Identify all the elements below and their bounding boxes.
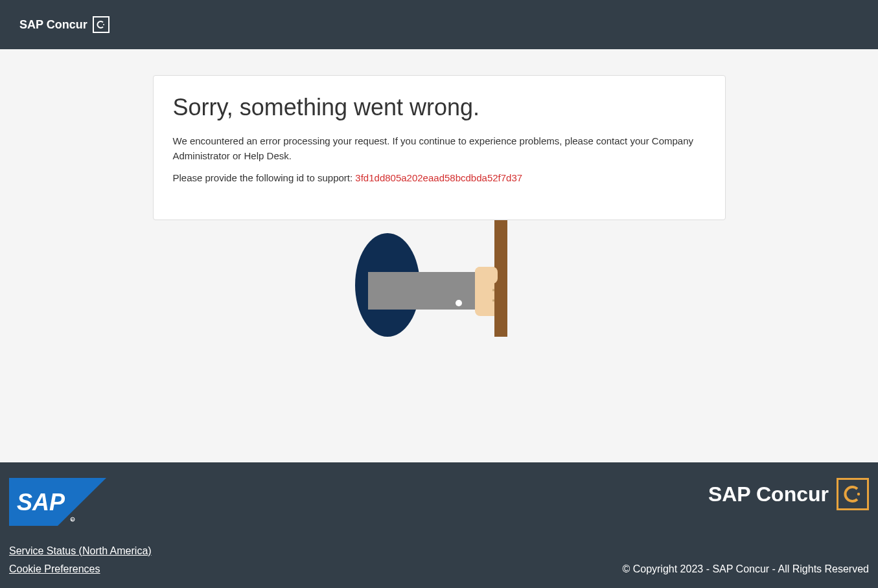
error-id-line: Please provide the following id to suppo… [173,172,706,183]
error-card: Sorry, something went wrong. We encounte… [153,75,726,220]
footer-brand-logo: SAP Concur [708,478,869,510]
footer-bottom: Service Status (North America) Cookie Pr… [9,545,869,575]
sap-logo: SAP R [9,478,106,526]
header-logo[interactable]: SAP Concur [19,16,110,33]
service-status-link[interactable]: Service Status (North America) [9,545,152,557]
concur-c-icon [837,478,869,510]
hand-holding-sign-illustration [349,220,530,350]
svg-point-14 [857,493,860,495]
error-id: 3fd1dd805a202eaad58bcdbda52f7d37 [355,172,522,183]
error-id-prompt: Please provide the following id to suppo… [173,172,356,183]
error-title: Sorry, something went wrong. [173,94,706,121]
svg-text:SAP: SAP [17,489,65,515]
copyright-text: © Copyright 2023 - SAP Concur - All Righ… [622,563,869,575]
error-message: We encountered an error processing your … [173,134,706,163]
svg-text:R: R [71,518,75,522]
main-content: Sorry, something went wrong. We encounte… [0,49,878,462]
svg-point-0 [103,24,104,25]
svg-rect-9 [475,267,498,284]
header-brand-text: SAP Concur [19,18,87,32]
cookie-preferences-link[interactable]: Cookie Preferences [9,563,152,575]
footer-brand-text: SAP Concur [708,482,829,506]
header-bar: SAP Concur [0,0,878,49]
footer-top: SAP R SAP Concur [9,478,869,526]
concur-c-icon [93,16,110,33]
footer: SAP R SAP Concur Service Status (North A… [0,462,878,588]
footer-links: Service Status (North America) Cookie Pr… [9,545,152,575]
svg-point-3 [456,300,462,306]
